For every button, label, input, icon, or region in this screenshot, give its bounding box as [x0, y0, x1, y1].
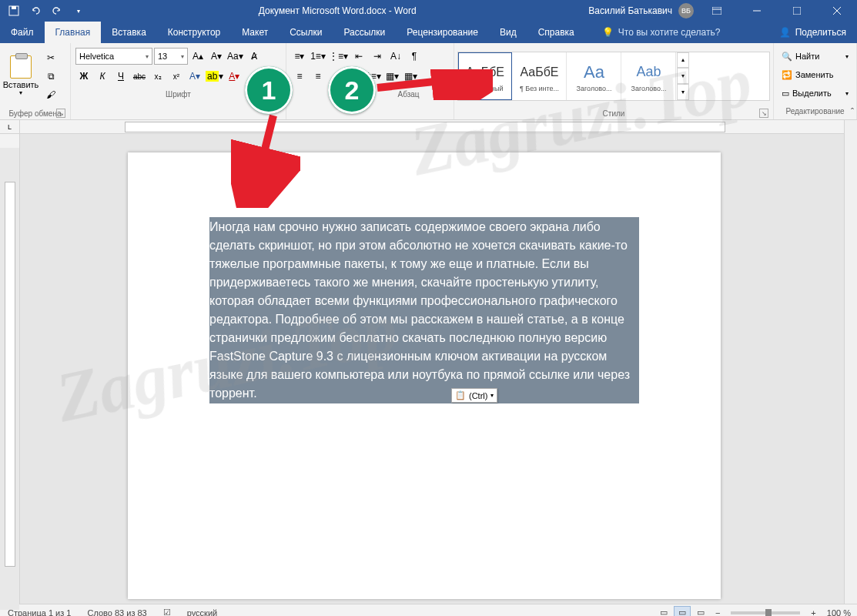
style-heading1[interactable]: Аа Заголово...: [567, 52, 621, 100]
underline-button[interactable]: Ч: [112, 68, 129, 85]
status-proofing-icon[interactable]: ☑: [156, 604, 179, 616]
user-name[interactable]: Василий Батькавич: [588, 5, 672, 16]
tab-layout[interactable]: Макет: [231, 22, 279, 43]
subscript-button[interactable]: x₂: [149, 68, 166, 85]
share-label: Поделиться: [795, 27, 846, 38]
grow-font-icon[interactable]: A▴: [189, 48, 206, 65]
document-area: Иногда нам срочно нужно записать содержи…: [20, 120, 857, 604]
group-clipboard-label: Буфер обмена: [9, 109, 62, 118]
paste-label: Вставить: [3, 80, 39, 89]
status-language[interactable]: русский: [179, 604, 226, 616]
tab-design[interactable]: Конструктор: [157, 22, 231, 43]
search-icon: 🔍: [782, 52, 792, 62]
multilevel-icon[interactable]: ⋮≡▾: [328, 48, 349, 65]
tab-references[interactable]: Ссылки: [279, 22, 333, 43]
paste-button[interactable]: Вставить ▾: [3, 49, 38, 104]
annotation-arrow-2: [370, 69, 493, 100]
tab-view[interactable]: Вид: [489, 22, 527, 43]
superscript-button[interactable]: x²: [168, 68, 185, 85]
styles-scroll-up[interactable]: ▴: [677, 52, 689, 69]
qat-customize-icon[interactable]: ▾: [71, 3, 86, 18]
tab-insert[interactable]: Вставка: [101, 22, 157, 43]
replace-button[interactable]: 🔁Заменить: [778, 66, 852, 83]
maximize-button[interactable]: [780, 0, 814, 22]
collapse-ribbon-icon[interactable]: ˆ: [851, 107, 854, 118]
selected-paragraph[interactable]: Иногда нам срочно нужно записать содержи…: [209, 217, 639, 403]
ribbon-display-icon[interactable]: [700, 0, 734, 22]
group-font-label: Шрифт: [166, 90, 191, 99]
vertical-ruler: L: [0, 120, 20, 604]
align-left-icon[interactable]: ≡: [291, 68, 308, 85]
share-button[interactable]: 👤 Поделиться: [768, 22, 857, 43]
redo-icon[interactable]: [49, 3, 65, 18]
cut-icon[interactable]: ✂: [42, 50, 60, 65]
view-read-icon[interactable]: ▭: [655, 606, 672, 617]
select-button[interactable]: ▭Выделить▾: [778, 85, 852, 102]
annotation-badge-2: 2: [328, 66, 376, 114]
window-title: Документ Microsoft Word.docx - Word: [86, 5, 588, 16]
font-name-combo[interactable]: Helvetica▾: [75, 48, 152, 65]
zoom-out-button[interactable]: −: [711, 608, 725, 617]
view-web-icon[interactable]: ▭: [692, 606, 709, 617]
paste-options-popup[interactable]: 📋 (Ctrl) ▾: [451, 388, 497, 403]
style-name-2: Заголово...: [577, 85, 612, 92]
style-preview-1: АаБбЕ: [520, 60, 558, 85]
shrink-font-icon[interactable]: A▾: [208, 48, 225, 65]
lightbulb-icon: 💡: [602, 27, 614, 38]
minimize-button[interactable]: [740, 0, 774, 22]
tab-help[interactable]: Справка: [527, 22, 585, 43]
change-case-icon[interactable]: Aa▾: [226, 48, 244, 65]
tab-review[interactable]: Рецензирование: [396, 22, 489, 43]
increase-indent-icon[interactable]: ⇥: [369, 48, 386, 65]
undo-icon[interactable]: [28, 3, 43, 18]
work-area: L Иногда нам срочно нужно записать содер…: [0, 120, 857, 604]
view-print-icon[interactable]: ▭: [674, 606, 691, 617]
clipboard-dialog-launcher[interactable]: ↘: [56, 109, 65, 118]
style-heading2[interactable]: Ааb Заголово...: [622, 52, 676, 100]
replace-label: Заменить: [795, 70, 833, 79]
svg-line-8: [254, 116, 273, 192]
numbering-icon[interactable]: 1≡▾: [310, 48, 326, 65]
styles-gallery: АаБбЕ ¶ Обычный АаБбЕ ¶ Без инте... Аа З…: [457, 52, 770, 101]
strikethrough-button[interactable]: abc: [131, 68, 148, 85]
close-button[interactable]: [820, 0, 854, 22]
italic-button[interactable]: К: [94, 68, 111, 85]
styles-expand[interactable]: ▾: [677, 84, 689, 100]
bold-button[interactable]: Ж: [75, 68, 92, 85]
title-bar: ▾ Документ Microsoft Word.docx - Word Ва…: [0, 0, 857, 22]
user-area: Василий Батькавич ВБ: [588, 0, 857, 22]
show-marks-icon[interactable]: ¶: [406, 48, 423, 65]
styles-dialog-launcher[interactable]: ↘: [759, 109, 768, 118]
page-content[interactable]: Иногда нам срочно нужно записать содержи…: [128, 152, 721, 403]
zoom-level[interactable]: 100 %: [822, 608, 851, 617]
tab-mailings[interactable]: Рассылки: [333, 22, 396, 43]
font-size-combo[interactable]: 13▾: [154, 48, 188, 65]
align-center-icon[interactable]: ≡: [310, 68, 326, 85]
style-no-spacing[interactable]: АаБбЕ ¶ Без инте...: [513, 52, 567, 100]
format-painter-icon[interactable]: 🖌: [42, 87, 60, 102]
tab-home[interactable]: Главная: [45, 22, 102, 43]
style-name-3: Заголово...: [631, 85, 667, 92]
save-icon[interactable]: [6, 3, 22, 18]
highlight-icon[interactable]: ab▾: [205, 68, 224, 85]
user-avatar[interactable]: ВБ: [678, 3, 694, 18]
clear-formatting-icon[interactable]: A̷: [246, 48, 263, 65]
svg-rect-1: [12, 6, 16, 9]
styles-scroll-down[interactable]: ▾: [677, 68, 689, 84]
status-words[interactable]: Слово 83 из 83: [79, 604, 155, 616]
document-scroll[interactable]: Иногда нам срочно нужно записать содержи…: [20, 134, 857, 604]
find-button[interactable]: 🔍Найти▾: [778, 48, 852, 65]
bullets-icon[interactable]: ≡▾: [291, 48, 308, 65]
text-effects-icon[interactable]: A▾: [186, 68, 203, 85]
zoom-slider[interactable]: [731, 611, 800, 614]
vertical-scrollbar[interactable]: [844, 120, 857, 604]
tab-file[interactable]: Файл: [0, 22, 45, 43]
sort-icon[interactable]: A↓: [387, 48, 404, 65]
document-text: Иногда нам срочно нужно записать содержи…: [209, 220, 630, 400]
decrease-indent-icon[interactable]: ⇤: [350, 48, 367, 65]
font-size-value: 13: [158, 52, 167, 61]
tell-me-search[interactable]: 💡 Что вы хотите сделать?: [591, 22, 731, 43]
font-color-icon[interactable]: A▾: [226, 68, 243, 85]
zoom-in-button[interactable]: +: [806, 608, 820, 617]
copy-icon[interactable]: ⧉: [42, 69, 60, 84]
